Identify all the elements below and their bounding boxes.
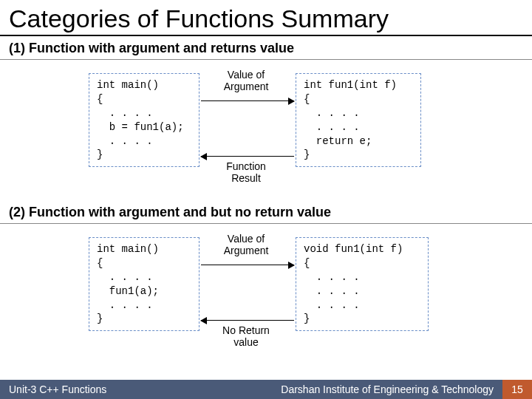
section1-diagram: int main() { . . . . b = fun1(a); . . . … <box>0 60 532 200</box>
page-title: Categories of Functions Summary <box>0 0 532 36</box>
arrow-right-icon <box>201 265 294 265</box>
section2-heading: (2) Function with argument and but no re… <box>0 200 532 224</box>
section2-right-code: void fun1(int f) { . . . . . . . . . . .… <box>296 237 429 331</box>
arrow-right-icon <box>201 100 294 101</box>
section1-heading: (1) Function with argument and returns v… <box>0 36 532 60</box>
section1-top-label: Value of Argument <box>209 69 283 92</box>
section1-bottom-label: Function Result <box>209 160 283 184</box>
footer-unit: Unit-3 C++ Functions <box>0 380 126 399</box>
footer-page-number: 15 <box>502 380 532 399</box>
section2-bottom-label: No Return value <box>209 324 283 348</box>
section1-left-code: int main() { . . . . b = fun1(a); . . . … <box>89 73 200 167</box>
arrow-left-icon <box>201 156 294 157</box>
section1-right-code: int fun1(int f) { . . . . . . . . return… <box>296 73 421 167</box>
footer-institute: Darshan Institute of Engineering & Techn… <box>272 380 502 399</box>
arrow-left-icon <box>201 320 294 321</box>
section2-left-code: int main() { . . . . fun1(a); . . . . } <box>89 237 200 331</box>
section2-top-label: Value of Argument <box>209 233 283 256</box>
section2-diagram: int main() { . . . . fun1(a); . . . . } … <box>0 224 532 364</box>
footer: Unit-3 C++ Functions Darshan Institute o… <box>0 380 532 399</box>
